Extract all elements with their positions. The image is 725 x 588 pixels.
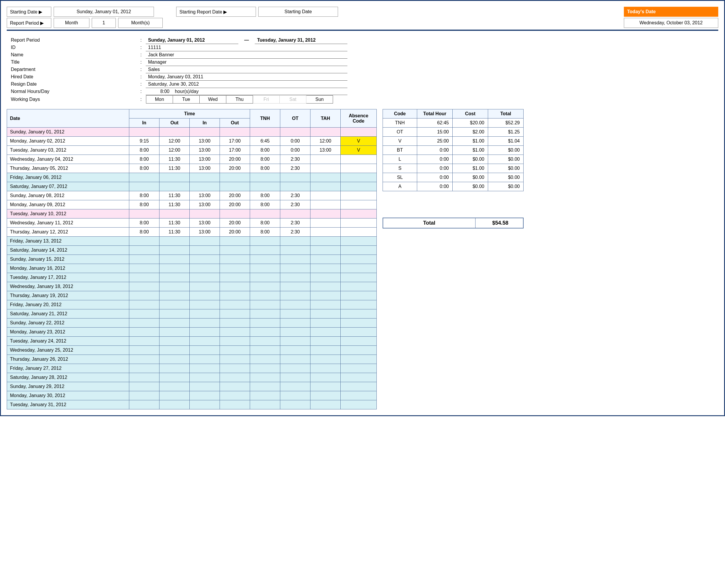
out2-cell[interactable]	[220, 364, 250, 373]
in2-cell[interactable]: 13:00	[190, 228, 220, 237]
abs-cell[interactable]	[341, 173, 377, 182]
in1-cell[interactable]	[129, 391, 159, 400]
in2-cell[interactable]	[190, 237, 220, 246]
out2-cell[interactable]	[220, 382, 250, 391]
out2-cell[interactable]	[220, 400, 250, 410]
out2-cell[interactable]	[220, 273, 250, 282]
in1-cell[interactable]	[129, 173, 159, 182]
in1-cell[interactable]	[129, 255, 159, 264]
out1-cell[interactable]	[159, 291, 190, 300]
out2-cell[interactable]	[220, 355, 250, 364]
out2-cell[interactable]	[220, 391, 250, 400]
in2-cell[interactable]	[190, 273, 220, 282]
abs-cell[interactable]: V	[341, 146, 377, 155]
out1-cell[interactable]	[159, 309, 190, 318]
in1-cell[interactable]	[129, 282, 159, 291]
out2-cell[interactable]: 17:00	[220, 136, 250, 146]
abs-cell[interactable]	[341, 237, 377, 246]
out2-cell[interactable]	[220, 246, 250, 255]
out1-cell[interactable]: 12:00	[159, 136, 190, 146]
out2-cell[interactable]	[220, 173, 250, 182]
out1-cell[interactable]	[159, 373, 190, 382]
abs-cell[interactable]	[341, 200, 377, 209]
starting-report-date-value[interactable]: Starting Date	[258, 7, 338, 17]
out2-cell[interactable]: 20:00	[220, 200, 250, 209]
in2-cell[interactable]	[190, 328, 220, 337]
out1-cell[interactable]: 11:30	[159, 191, 190, 200]
abs-cell[interactable]	[341, 264, 377, 273]
abs-cell[interactable]	[341, 382, 377, 391]
info-normhrs-value[interactable]: 8:00	[146, 89, 169, 94]
in2-cell[interactable]: 13:00	[190, 218, 220, 228]
in1-cell[interactable]	[129, 182, 159, 191]
abs-cell[interactable]	[341, 191, 377, 200]
in1-cell[interactable]	[129, 355, 159, 364]
in1-cell[interactable]	[129, 209, 159, 218]
out2-cell[interactable]	[220, 182, 250, 191]
info-name-value[interactable]: Jack Banner	[146, 51, 347, 59]
out1-cell[interactable]: 11:30	[159, 218, 190, 228]
in2-cell[interactable]	[190, 209, 220, 218]
working-day-thu[interactable]: Thu	[226, 96, 253, 104]
out2-cell[interactable]	[220, 373, 250, 382]
out1-cell[interactable]	[159, 328, 190, 337]
out1-cell[interactable]	[159, 391, 190, 400]
out1-cell[interactable]: 11:30	[159, 200, 190, 209]
out2-cell[interactable]	[220, 309, 250, 318]
in1-cell[interactable]	[129, 273, 159, 282]
out1-cell[interactable]	[159, 400, 190, 410]
out1-cell[interactable]	[159, 346, 190, 355]
in1-cell[interactable]: 8:00	[129, 191, 159, 200]
out2-cell[interactable]: 20:00	[220, 164, 250, 173]
in2-cell[interactable]	[190, 382, 220, 391]
out1-cell[interactable]	[159, 264, 190, 273]
out2-cell[interactable]	[220, 255, 250, 264]
in1-cell[interactable]	[129, 237, 159, 246]
out2-cell[interactable]: 20:00	[220, 218, 250, 228]
out1-cell[interactable]	[159, 255, 190, 264]
out2-cell[interactable]	[220, 318, 250, 328]
info-resign-value[interactable]: Saturday, June 30, 2012	[146, 81, 347, 88]
in1-cell[interactable]	[129, 246, 159, 255]
in1-cell[interactable]	[129, 400, 159, 410]
in2-cell[interactable]	[190, 400, 220, 410]
in2-cell[interactable]	[190, 355, 220, 364]
in1-cell[interactable]	[129, 318, 159, 328]
abs-cell[interactable]	[341, 209, 377, 218]
abs-cell[interactable]	[341, 164, 377, 173]
abs-cell[interactable]	[341, 155, 377, 164]
in1-cell[interactable]	[129, 309, 159, 318]
info-dept-value[interactable]: Sales	[146, 66, 347, 73]
in2-cell[interactable]	[190, 373, 220, 382]
in1-cell[interactable]	[129, 300, 159, 309]
out2-cell[interactable]	[220, 209, 250, 218]
abs-cell[interactable]	[341, 300, 377, 309]
in2-cell[interactable]: 13:00	[190, 191, 220, 200]
in2-cell[interactable]	[190, 182, 220, 191]
in2-cell[interactable]	[190, 337, 220, 346]
working-day-fri[interactable]: Fri	[253, 96, 280, 104]
abs-cell[interactable]	[341, 309, 377, 318]
out1-cell[interactable]	[159, 337, 190, 346]
in2-cell[interactable]	[190, 282, 220, 291]
in2-cell[interactable]	[190, 318, 220, 328]
info-hired-value[interactable]: Monday, January 03, 2011	[146, 73, 347, 81]
out1-cell[interactable]	[159, 300, 190, 309]
abs-cell[interactable]	[341, 337, 377, 346]
in1-cell[interactable]: 8:00	[129, 146, 159, 155]
in1-cell[interactable]	[129, 346, 159, 355]
in1-cell[interactable]	[129, 373, 159, 382]
out2-cell[interactable]	[220, 237, 250, 246]
abs-cell[interactable]	[341, 328, 377, 337]
in2-cell[interactable]	[190, 173, 220, 182]
working-day-tue[interactable]: Tue	[173, 96, 200, 104]
out2-cell[interactable]: 20:00	[220, 191, 250, 200]
out1-cell[interactable]: 11:30	[159, 155, 190, 164]
out1-cell[interactable]	[159, 282, 190, 291]
out1-cell[interactable]	[159, 246, 190, 255]
abs-cell[interactable]	[341, 246, 377, 255]
in2-cell[interactable]	[190, 391, 220, 400]
working-day-mon[interactable]: Mon	[146, 96, 173, 104]
in2-cell[interactable]	[190, 291, 220, 300]
info-id-value[interactable]: 11111	[146, 44, 347, 51]
